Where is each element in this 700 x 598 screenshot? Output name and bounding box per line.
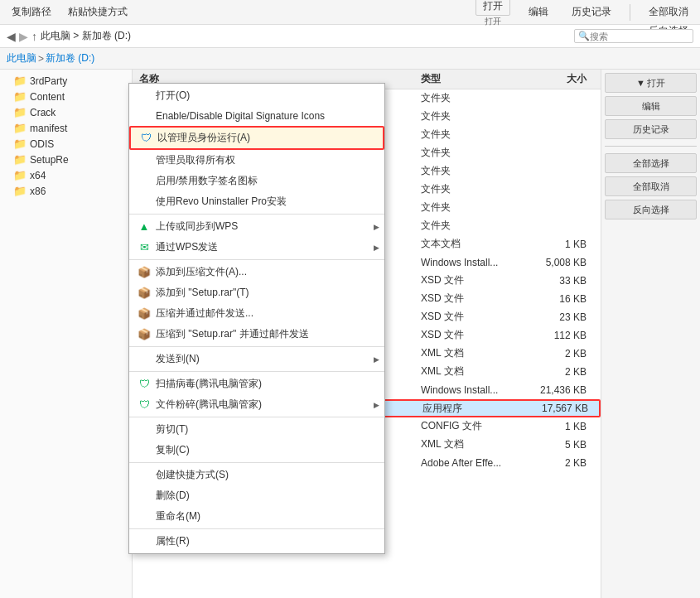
drive-label[interactable]: 新加卷 (D:) (46, 51, 94, 65)
edit-right-btn[interactable]: 编辑 (605, 96, 697, 116)
ctx-revo-install[interactable]: 使用Revo Uninstaller Pro安装 (129, 191, 384, 212)
context-menu: 打开(O) Enable/Disable Digital Signature I… (128, 83, 385, 554)
breadcrumb: 此电脑 > 新加卷 (D:) (0, 48, 700, 70)
paste-shortcut-btn[interactable]: 粘贴快捷方式 (63, 3, 133, 21)
ctx-divider (129, 214, 384, 215)
sidebar-item-odis[interactable]: 📁 ODIS (0, 136, 132, 152)
ctx-add-setup-rar[interactable]: 📦 添加到 "Setup.rar"(T) (129, 282, 384, 303)
sidebar-label: x86 (30, 186, 46, 197)
folder-icon: 📁 (13, 122, 27, 134)
sidebar-item-x64[interactable]: 📁 x64 (0, 167, 132, 183)
sidebar-label: 3rdParty (30, 75, 67, 87)
folder-icon: 📁 (13, 75, 27, 87)
ctx-compress-email[interactable]: 📦 压缩并通过邮件发送... (129, 303, 384, 324)
wps-send-icon: ✉ (136, 241, 152, 253)
ctx-enable-sig-icon[interactable]: 启用/禁用数字签名图标 (129, 171, 384, 191)
shred-icon: 🛡 (136, 398, 152, 411)
open-section-label: 打开 (485, 16, 501, 27)
search-icon: 🔍 (578, 31, 590, 41)
ctx-compress-rar-email[interactable]: 📦 压缩到 "Setup.rar" 并通过邮件发送 (129, 324, 384, 345)
ctx-wps-send[interactable]: ✉ 通过WPS发送 (129, 237, 384, 258)
col-size-header[interactable]: 大小 (520, 72, 587, 86)
select-all-btn[interactable]: 全部选择 (644, 0, 693, 2)
ctx-delete[interactable]: 删除(D) (129, 485, 384, 506)
sidebar: 📁 3rdParty 📁 Content 📁 Crack 📁 manifest … (0, 70, 133, 598)
ctx-scan-virus[interactable]: 🛡 扫描病毒(腾讯电脑管家) (129, 374, 384, 394)
sidebar-label: manifest (30, 123, 67, 134)
sidebar-item-manifest[interactable]: 📁 manifest (0, 120, 132, 136)
ctx-rename[interactable]: 重命名(M) (129, 506, 384, 527)
ctx-divider (129, 371, 384, 372)
right-panel: ▼ 打开 编辑 历史记录 全部选择 全部取消 反向选择 (601, 70, 700, 598)
folder-icon: 📁 (13, 106, 27, 118)
deselect-all-right-btn[interactable]: 全部取消 (605, 176, 697, 196)
folder-icon: 📁 (13, 90, 27, 103)
open-btn[interactable]: 打开 (476, 0, 510, 16)
nav-up-icon[interactable]: ↑ (31, 30, 37, 43)
ctx-open[interactable]: 打开(O) (129, 85, 384, 106)
explorer-window: 复制路径 粘贴快捷方式 打开 打开 编辑 历史记录 全部选择 全部取消 反向选择… (0, 0, 700, 598)
copy-path-btn[interactable]: 复制路径 (7, 3, 56, 21)
pc-label[interactable]: 此电脑 (7, 51, 36, 65)
open-right-btn[interactable]: ▼ 打开 (605, 73, 697, 93)
ctx-create-shortcut[interactable]: 创建快捷方式(S) (129, 465, 384, 485)
folder-icon: 📁 (13, 169, 27, 181)
shield-icon: 🛡 (138, 132, 154, 144)
ctx-run-as-admin[interactable]: 🛡 以管理员身份运行(A) (129, 126, 384, 150)
wps-upload-icon: ▲ (136, 220, 152, 233)
folder-icon: 📁 (13, 153, 27, 166)
rar-email-icon: 📦 (136, 328, 152, 340)
sidebar-label: x64 (30, 170, 46, 181)
ctx-properties[interactable]: 属性(R) (129, 531, 384, 552)
ctx-shred[interactable]: 🛡 文件粉碎(腾讯电脑管家) (129, 394, 384, 415)
sidebar-label: ODIS (30, 138, 54, 150)
ctx-add-archive[interactable]: 📦 添加到压缩文件(A)... (129, 262, 384, 282)
toolbar: 复制路径 粘贴快捷方式 打开 打开 编辑 历史记录 全部选择 全部取消 反向选择 (0, 0, 700, 25)
sidebar-item-setupre[interactable]: 📁 SetupRe (0, 152, 132, 167)
sidebar-label: Content (30, 91, 65, 103)
search-input[interactable] (590, 31, 689, 41)
ctx-digital-sig[interactable]: Enable/Disable Digital Signature Icons (129, 106, 384, 126)
folder-icon: 📁 (13, 185, 27, 197)
rar-icon: 📦 (136, 287, 152, 299)
sidebar-label: SetupRe (30, 154, 69, 166)
sidebar-item-x86[interactable]: 📁 x86 (0, 183, 132, 199)
address-text: 此电脑 > 新加卷 (D:) (41, 29, 131, 43)
sidebar-item-3rdparty[interactable]: 📁 3rdParty (0, 73, 132, 89)
address-bar: ◀ ▶ ↑ 此电脑 > 新加卷 (D:) 🔍 (0, 25, 700, 48)
nav-back-icon[interactable]: ◀ (7, 30, 16, 43)
sidebar-item-crack[interactable]: 📁 Crack (0, 104, 132, 120)
antivirus-icon: 🛡 (136, 378, 152, 390)
ctx-send-to[interactable]: 发送到(N) (129, 349, 384, 369)
compress-email-icon: 📦 (136, 307, 152, 320)
address-path[interactable]: 此电脑 > 新加卷 (D:) (41, 29, 131, 43)
archive-icon: 📦 (136, 266, 152, 278)
ctx-admin-ownership[interactable]: 管理员取得所有权 (129, 150, 384, 171)
ctx-divider (129, 259, 384, 260)
folder-icon: 📁 (13, 137, 27, 150)
history-right-btn[interactable]: 历史记录 (605, 119, 697, 139)
ctx-divider (129, 417, 384, 417)
col-type-header[interactable]: 类型 (421, 72, 520, 86)
sidebar-item-content[interactable]: 📁 Content (0, 89, 132, 104)
nav-forward-icon[interactable]: ▶ (19, 30, 28, 43)
history-btn[interactable]: 历史记录 (567, 3, 616, 21)
select-all-right-btn[interactable]: 全部选择 (605, 153, 697, 173)
invert-select-right-btn[interactable]: 反向选择 (605, 200, 697, 219)
ctx-divider (129, 346, 384, 347)
ctx-wps-upload[interactable]: ▲ 上传或同步到WPS (129, 216, 384, 237)
ctx-divider (129, 528, 384, 529)
edit-btn[interactable]: 编辑 (524, 3, 553, 21)
sidebar-label: Crack (30, 107, 56, 118)
deselect-all-btn[interactable]: 全部取消 (644, 3, 693, 21)
ctx-copy[interactable]: 复制(C) (129, 440, 384, 461)
ctx-cut[interactable]: 剪切(T) (129, 419, 384, 440)
ctx-divider (129, 462, 384, 463)
